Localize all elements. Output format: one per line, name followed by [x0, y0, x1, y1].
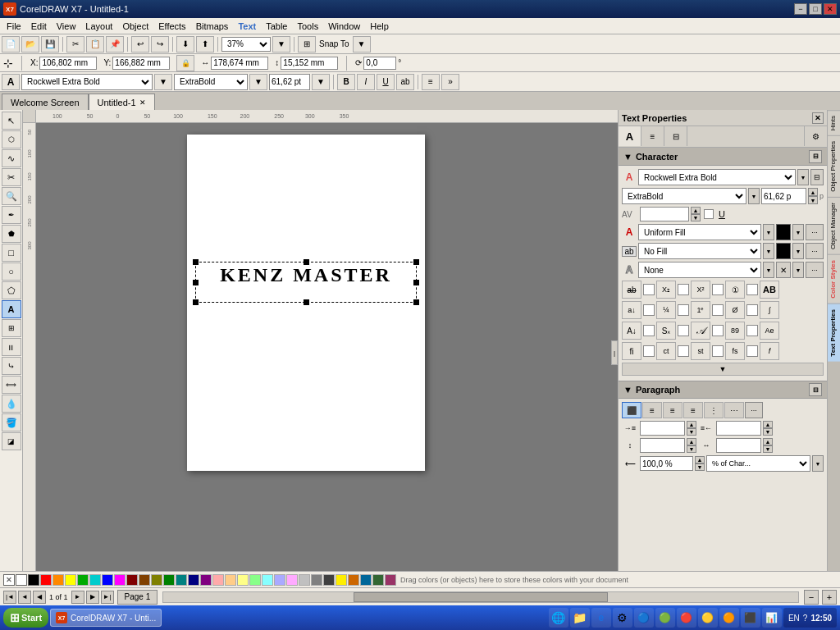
char-size-spinup[interactable]: ▲ ▼	[808, 188, 818, 204]
menu-tools[interactable]: Tools	[292, 20, 323, 33]
case-icon2[interactable]: Sₓ	[656, 322, 676, 340]
taskbar-icon-other6[interactable]: ⬛	[741, 608, 760, 628]
indent-input2[interactable]	[716, 421, 761, 436]
crop-tool[interactable]: ✂	[2, 168, 21, 186]
panel-tab-a[interactable]: A	[619, 126, 641, 146]
page-next-btn[interactable]: ►	[71, 591, 84, 604]
subscript-icon[interactable]: X₂	[656, 281, 676, 299]
indent-spin2[interactable]: ▲ ▼	[763, 421, 773, 436]
typo-cb7[interactable]	[712, 304, 724, 316]
typo-cb1[interactable]	[643, 284, 655, 295]
swatch-darkred[interactable]	[126, 574, 138, 586]
swatch-ltpurple[interactable]	[286, 574, 298, 586]
copy-button[interactable]: 📋	[86, 36, 104, 52]
y-input[interactable]	[112, 57, 170, 70]
menu-help[interactable]: Help	[365, 20, 394, 33]
select-tool[interactable]: ↖	[2, 112, 21, 130]
swatch-olive[interactable]	[151, 574, 162, 586]
typo-cb4[interactable]	[746, 284, 758, 295]
zoom-select[interactable]: 37%50%75%100%	[221, 37, 271, 52]
connector-tool[interactable]: ⤷	[2, 357, 21, 375]
align-force-btn[interactable]: ⋮	[704, 402, 724, 418]
polygon-tool[interactable]: ⬠	[2, 281, 21, 299]
swatch-ltpink[interactable]	[212, 574, 224, 586]
swatch-darkgray[interactable]	[323, 574, 335, 586]
taskbar-icon-other7[interactable]: 📊	[762, 608, 782, 628]
cut-button[interactable]: ✂	[66, 36, 84, 52]
side-tab-color-styles[interactable]: Color Styles	[828, 254, 840, 304]
zoom-dropdown[interactable]: ▼	[272, 36, 290, 52]
swatch-c4[interactable]	[372, 574, 384, 586]
redo-button[interactable]: ↪	[151, 36, 169, 52]
menu-table[interactable]: Table	[261, 20, 292, 33]
fill-type-dropdown[interactable]: ▼	[763, 224, 774, 240]
indent-spin[interactable]: ▲ ▼	[687, 421, 696, 436]
undo-button[interactable]: ↩	[131, 36, 149, 52]
bg-fill-select[interactable]: No Fill	[638, 243, 761, 259]
menu-window[interactable]: Window	[323, 20, 365, 33]
typo-cb8[interactable]	[746, 304, 758, 316]
fill-type-select[interactable]: Uniform Fill	[638, 224, 761, 240]
swatch-ltblue[interactable]	[274, 574, 285, 586]
x-input[interactable]	[39, 57, 97, 70]
typo-cb12[interactable]	[746, 325, 758, 336]
swash-icon[interactable]: ∫	[760, 301, 779, 319]
canvas-text[interactable]: KENZ MASTER	[194, 264, 418, 286]
fill-tool[interactable]: 🪣	[2, 413, 21, 431]
canvas-area[interactable]: 10050050100150200250300350 50 100 150 20…	[23, 110, 618, 571]
fill-color-box[interactable]	[776, 224, 791, 240]
panel-close-btn[interactable]: ✕	[812, 112, 824, 124]
angle-input[interactable]	[363, 57, 396, 70]
ligature-icon[interactable]: fi	[622, 342, 641, 360]
new-button[interactable]: 📄	[2, 36, 20, 52]
alternate-icon[interactable]: Ae	[760, 322, 779, 340]
typo-cb10[interactable]	[678, 325, 689, 336]
welcome-screen-tab[interactable]: Welcome Screen	[2, 94, 89, 110]
character-font-select[interactable]: Rockwell Extra Bold	[638, 169, 796, 185]
save-button[interactable]: 💾	[41, 36, 59, 52]
side-tab-text-properties[interactable]: Text Properties	[828, 304, 840, 362]
swatch-darkgreen[interactable]	[163, 574, 175, 586]
frac-icon1[interactable]: a↓	[622, 301, 641, 319]
bg-fill-more-btn[interactable]: ···	[806, 243, 824, 259]
spacing-spin2[interactable]: ▲ ▼	[763, 438, 773, 453]
page-next2-btn[interactable]: ▶	[86, 591, 99, 604]
typo-cb2[interactable]	[678, 284, 689, 295]
typo-cb14[interactable]	[678, 345, 689, 357]
ordinal-icon[interactable]: 1ᵉ	[691, 301, 710, 319]
smart-draw-tool[interactable]: ⬟	[2, 225, 21, 243]
kern-spin[interactable]: ▲ ▼	[691, 207, 701, 221]
curve-tool[interactable]: ✒	[2, 206, 21, 224]
case-icon1[interactable]: A↓	[622, 322, 641, 340]
strikethrough-btn[interactable]: ab	[396, 74, 414, 90]
panel-settings-btn[interactable]: ⚙	[804, 126, 827, 146]
measure-tool[interactable]: ⟺	[2, 376, 21, 394]
horizontal-scrollbar[interactable]	[162, 591, 799, 603]
export-button[interactable]: ⬆	[196, 36, 214, 52]
more-options-btn[interactable]: »	[441, 74, 459, 90]
bg-fill-dropdown[interactable]: ▼	[763, 243, 774, 259]
swatch-red[interactable]	[40, 574, 52, 586]
double-icon[interactable]: 89	[725, 322, 745, 340]
superscript-icon[interactable]: X²	[691, 281, 710, 299]
menu-view[interactable]: View	[52, 20, 81, 33]
text-align-btn[interactable]: ≡	[422, 74, 440, 90]
style-dropdown[interactable]: ▼	[249, 74, 267, 90]
align-more-btn[interactable]: ···	[745, 402, 763, 418]
maximize-button[interactable]: □	[809, 3, 822, 15]
swatch-c2[interactable]	[348, 574, 359, 586]
typo-cb11[interactable]	[712, 325, 724, 336]
bg-fill-color-box[interactable]	[776, 243, 791, 259]
font-dropdown[interactable]: ▼	[154, 74, 172, 90]
swatch-navy[interactable]	[188, 574, 199, 586]
frac-icon2[interactable]: ¼	[656, 301, 676, 319]
swatch-green[interactable]	[77, 574, 89, 586]
circle-icon[interactable]: ①	[725, 281, 745, 299]
dropper-tool[interactable]: 💧	[2, 395, 21, 413]
character-header[interactable]: ▼ Character ⊟	[619, 148, 827, 166]
taskbar-icon-other1[interactable]: 🔵	[634, 608, 654, 628]
align-last-btn[interactable]: ⋯	[724, 402, 744, 418]
paragraph-header[interactable]: ▼ Paragraph ⊟	[619, 381, 827, 399]
paste-button[interactable]: 📌	[106, 36, 124, 52]
snap-to-btn[interactable]: ⊞	[298, 36, 316, 52]
